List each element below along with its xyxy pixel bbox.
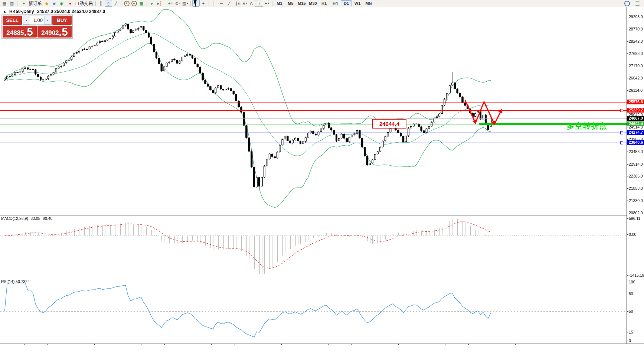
vertical-line-icon[interactable]: │ — [210, 0, 218, 7]
rsi-axis-tick: 100 — [629, 280, 644, 284]
symbol-timeframe-label: HK50-,Daily — [9, 9, 34, 14]
collapse-panel-icon[interactable]: ▲ — [3, 10, 6, 13]
rsi-axis-tick: 15 — [629, 330, 644, 334]
line-chart-icon[interactable]: ╱ — [112, 0, 120, 7]
macd-axis-tick: 596.11 — [629, 216, 644, 221]
toolbar-separator — [190, 1, 191, 6]
zoom-in-icon[interactable]: + — [123, 0, 130, 7]
toolbar-right-icons — [623, 0, 643, 7]
macd-indicator-label: MACD(12,26,9) -83.05 -60.40 — [1, 216, 52, 221]
tf-m30[interactable]: M30 — [307, 0, 318, 6]
templates-icon[interactable]: ▨▾ — [182, 0, 189, 7]
price-axis-tick: 22914.0 — [629, 162, 644, 166]
new-chart-icon[interactable]: ▤ — [1, 0, 8, 7]
volume-spinner: ▼ 1.00 ▲ — [23, 16, 52, 25]
main-toolbar: ▤▥+新订单◆☻◉●自动交易║▯╱+−▦▸▸┆+▾⊙▾▨▾+│─╱∥E≡FAT+… — [0, 0, 644, 7]
candlestick-chart-icon[interactable]: ▯ — [105, 0, 112, 7]
autotrade-button-icon: ● — [66, 0, 74, 7]
volume-down-icon[interactable]: ▼ — [23, 16, 30, 25]
buy-price[interactable]: 24902.5 — [37, 26, 72, 38]
contacts-icon[interactable]: ☻ — [50, 0, 58, 7]
new-order-button-icon: + — [20, 0, 27, 7]
buy-price-main: 24902 — [41, 29, 59, 37]
sell-price-main: 24885 — [6, 29, 24, 37]
price-axis-tick: 22386.0 — [629, 174, 644, 178]
one-click-trading-panel: SELL ▼ 1.00 ▲ BUY 24885.5 24902.5 — [1, 14, 73, 39]
price-axis-tick: 26642.0 — [629, 76, 644, 80]
tf-m1[interactable]: M1 — [274, 0, 285, 6]
price-axis-tick: 29298.0 — [629, 14, 644, 19]
tf-mn[interactable]: MN — [363, 0, 374, 6]
toolbar-separator — [121, 1, 121, 6]
price-level-badge: 24274.7 — [627, 130, 644, 135]
price-level-badge: 25576.8 — [627, 100, 644, 104]
crosshair-icon[interactable]: + — [200, 0, 207, 7]
rsi-axis-tick: 80 — [629, 292, 644, 296]
price-level-badge: 24887.0 — [627, 116, 644, 121]
autotrade-button[interactable]: ●自动交易 — [65, 0, 94, 6]
price-axis-tick: 27698.0 — [629, 51, 644, 56]
market-watch-horn-icon[interactable]: ◆ — [43, 0, 50, 7]
toolbar-separator — [165, 1, 165, 6]
rsi-axis-tick: 50 — [629, 309, 644, 313]
price-axis-tick: 26114.0 — [629, 88, 644, 92]
price-axis-tick: 28242.0 — [629, 39, 644, 43]
chart-shift-icon[interactable]: ▸┆ — [156, 0, 163, 7]
price-chart-canvas[interactable] — [0, 0, 644, 351]
chart-title: ▲ HK50-,Daily 24537.0 25024.0 24524.0 24… — [3, 9, 105, 14]
fibonacci-icon[interactable]: ≡F — [240, 0, 248, 7]
channel-icon[interactable]: ∥E — [233, 0, 240, 7]
price-axis-tick: 21858.0 — [629, 186, 644, 191]
price-level-badge: 24644.4 — [627, 121, 644, 126]
tf-d1[interactable]: D1 — [341, 0, 352, 6]
profiles-icon[interactable]: ▥ — [8, 0, 16, 7]
toolbar-separator — [95, 1, 96, 6]
search-icon[interactable] — [623, 0, 631, 7]
toolbar-separator — [209, 1, 209, 6]
tf-h4[interactable]: H4 — [330, 0, 341, 6]
tf-h1[interactable]: H1 — [318, 0, 330, 6]
horizontal-line-icon[interactable]: ─ — [218, 0, 225, 7]
tf-w1[interactable]: W1 — [352, 0, 363, 6]
price-axis-tick: 21330.0 — [629, 198, 644, 203]
rsi-indicator-label: RSI(14) 50.7324 — [1, 279, 30, 284]
ohlc-values: 24537.0 25024.0 24524.0 24887.0 — [37, 9, 105, 14]
price-annotation-box[interactable]: 24644.4 — [372, 119, 406, 129]
sell-price-frac: .5 — [24, 27, 33, 37]
cursor-icon[interactable] — [192, 0, 200, 7]
new-order-button[interactable]: +新订单 — [19, 0, 43, 6]
periods-icon[interactable]: ⊙▾ — [174, 0, 182, 7]
volume-input[interactable]: 1.00 — [30, 16, 44, 25]
toolbar-separator — [147, 1, 147, 6]
price-level-badge: 23840.6 — [627, 140, 644, 145]
signals-icon[interactable]: ◉ — [58, 0, 65, 7]
zoom-out-icon[interactable]: − — [130, 0, 138, 7]
text-label-icon[interactable]: T — [255, 0, 263, 7]
text-icon[interactable]: A — [248, 0, 255, 7]
toolbar-separator — [17, 1, 17, 6]
chat-icon[interactable] — [634, 0, 641, 7]
buy-price-frac: .5 — [59, 27, 68, 37]
indicators-icon[interactable]: +▾ — [167, 0, 174, 7]
toolbar-separator — [272, 1, 272, 6]
price-axis-tick: 27170.0 — [629, 64, 644, 68]
trendline-icon[interactable]: ╱ — [225, 0, 233, 7]
macd-axis-tick: 0.00 — [629, 232, 644, 237]
autotrade-button-label: 自动交易 — [75, 0, 93, 7]
sell-button[interactable]: SELL — [3, 16, 22, 25]
price-axis-tick: 28770.0 — [629, 27, 644, 31]
tf-m15[interactable]: M15 — [296, 0, 307, 6]
price-level-badge: 25239.2 — [627, 108, 644, 113]
sell-price[interactable]: 24885.5 — [3, 26, 37, 38]
tf-m5[interactable]: M5 — [285, 0, 296, 6]
bar-chart-icon[interactable]: ║ — [97, 0, 105, 7]
volume-up-icon[interactable]: ▲ — [44, 16, 51, 25]
buy-button[interactable]: BUY — [52, 16, 72, 25]
new-order-button-label: 新订单 — [29, 0, 42, 7]
rsi-axis-tick: 0 — [629, 338, 644, 343]
auto-scroll-icon[interactable]: ▸ — [148, 0, 156, 7]
arrows-icon[interactable]: +▾ — [263, 0, 271, 7]
turning-point-note[interactable]: 多空转折点 — [567, 121, 608, 131]
tile-windows-icon[interactable]: ▦ — [138, 0, 145, 7]
price-axis-tick: 23458.0 — [629, 149, 644, 154]
